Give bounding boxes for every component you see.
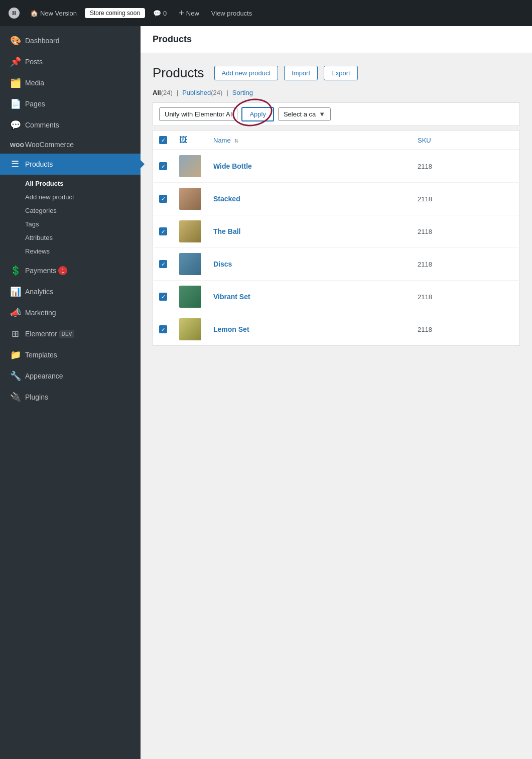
media-icon: 🗂️ — [10, 77, 20, 88]
sidebar-item-comments[interactable]: 💬 Comments — [0, 114, 141, 136]
bulk-action-select[interactable]: Unify with Elementor AI — [159, 107, 237, 121]
image-header-icon: 🖼 — [179, 136, 187, 144]
product-name-link[interactable]: Lemon Set — [213, 325, 249, 333]
table-header-row: 🖼 Name ⇅ SKU — [153, 131, 520, 150]
new-item[interactable]: + New — [175, 6, 203, 21]
sidebar-item-media[interactable]: 🗂️ Media — [0, 72, 141, 93]
subitem-add-new-product[interactable]: Add new product — [0, 190, 141, 204]
sidebar-item-marketing[interactable]: 📣 Marketing — [0, 302, 141, 323]
plugins-icon: 🔌 — [10, 392, 20, 403]
wp-logo-icon[interactable] — [6, 5, 22, 21]
main-layout: 🎨 Dashboard 📌 Posts 🗂️ Media 📄 Pages 💬 C… — [0, 26, 532, 759]
row-image-cell — [173, 248, 207, 281]
apply-button-wrapper: Apply — [241, 107, 274, 121]
sidebar-item-dashboard[interactable]: 🎨 Dashboard — [0, 30, 141, 51]
row-image-cell — [173, 183, 207, 215]
product-thumbnail — [179, 286, 201, 308]
category-dropdown-icon: ▼ — [319, 110, 325, 118]
row-checkbox[interactable] — [159, 227, 167, 235]
add-new-product-button[interactable]: Add new product — [214, 66, 279, 80]
product-name-link[interactable]: The Ball — [213, 227, 240, 235]
row-checkbox[interactable] — [159, 162, 167, 170]
product-thumbnail — [179, 188, 201, 210]
row-image-cell — [173, 150, 207, 183]
sidebar-item-plugins[interactable]: 🔌 Plugins — [0, 387, 141, 408]
category-select[interactable]: Select a ca ▼ — [278, 107, 331, 121]
row-name-cell: Stacked — [207, 183, 412, 215]
sidebar-item-products[interactable]: ☰ Products — [0, 154, 141, 175]
store-coming-soon-badge[interactable]: Store coming soon — [85, 8, 145, 18]
products-heading: Products — [153, 65, 204, 81]
subitem-reviews[interactable]: Reviews — [0, 244, 141, 258]
row-checkbox[interactable] — [159, 325, 167, 333]
plus-icon: + — [179, 8, 184, 19]
row-sku-cell: 2118 — [412, 313, 520, 346]
row-checkbox-cell — [153, 215, 174, 248]
row-checkbox[interactable] — [159, 195, 167, 203]
th-name[interactable]: Name ⇅ — [207, 131, 412, 150]
page-title: Products — [153, 34, 520, 45]
product-name-link[interactable]: Wide Bottle — [213, 162, 252, 170]
import-button[interactable]: Import — [284, 66, 318, 80]
comment-bubble-icon: 💬 — [153, 10, 161, 17]
sidebar-item-appearance[interactable]: 🔧 Appearance — [0, 365, 141, 387]
filter-bar: All (24) | Published (24) | Sorting — [153, 89, 520, 96]
toolbar: Unify with Elementor AI Apply Select a c… — [153, 102, 520, 126]
subitem-all-products[interactable]: All Products — [0, 177, 141, 190]
sidebar-item-templates[interactable]: 📁 Templates — [0, 344, 141, 365]
subitem-attributes[interactable]: Attributes — [0, 231, 141, 244]
product-name-link[interactable]: Stacked — [213, 195, 240, 203]
sidebar-item-payments[interactable]: 💲 Payments 1 — [0, 260, 141, 281]
elementor-dev-badge: DEV — [59, 330, 75, 338]
sidebar-item-posts[interactable]: 📌 Posts — [0, 51, 141, 72]
product-name-link[interactable]: Vibrant Set — [213, 293, 250, 301]
new-version-item[interactable]: 🏠 New Version — [26, 8, 81, 19]
row-checkbox-cell — [153, 248, 174, 281]
subitem-categories[interactable]: Categories — [0, 204, 141, 217]
th-sku: SKU — [412, 131, 520, 150]
apply-button[interactable]: Apply — [241, 107, 274, 121]
row-name-cell: Wide Bottle — [207, 150, 412, 183]
home-icon: 🏠 — [30, 10, 38, 17]
filter-all-label: All — [153, 89, 161, 96]
appearance-icon: 🔧 — [10, 370, 20, 382]
product-thumbnail — [179, 220, 201, 242]
filter-all-count: (24) — [161, 89, 173, 96]
th-checkbox — [153, 131, 174, 150]
select-all-checkbox[interactable] — [159, 136, 167, 144]
sidebar: 🎨 Dashboard 📌 Posts 🗂️ Media 📄 Pages 💬 C… — [0, 26, 141, 759]
comments-item[interactable]: 💬 0 — [149, 8, 171, 19]
filter-published-link[interactable]: Published — [182, 89, 211, 96]
row-image-cell — [173, 281, 207, 313]
pages-icon: 📄 — [10, 98, 20, 109]
subitem-tags[interactable]: Tags — [0, 217, 141, 231]
row-checkbox[interactable] — [159, 260, 167, 268]
main-content: Products Products Add new product Import… — [141, 26, 532, 759]
view-products-item[interactable]: View products — [207, 8, 256, 19]
product-name-link[interactable]: Discs — [213, 260, 232, 268]
row-checkbox[interactable] — [159, 293, 167, 301]
product-thumbnail — [179, 318, 201, 340]
products-header: Products Add new product Import Export — [153, 65, 520, 81]
sidebar-item-analytics[interactable]: 📊 Analytics — [0, 281, 141, 302]
row-checkbox-cell — [153, 150, 174, 183]
sidebar-item-elementor[interactable]: ⊞ Elementor DEV — [0, 323, 141, 344]
row-sku-cell: 2118 — [412, 281, 520, 313]
export-button[interactable]: Export — [324, 66, 358, 80]
table-row: Wide Bottle 2118 — [153, 150, 520, 183]
row-image-cell — [173, 313, 207, 346]
page-header: Products — [141, 26, 532, 53]
posts-icon: 📌 — [10, 56, 20, 67]
sidebar-item-woocommerce[interactable]: woo WooCommerce — [0, 136, 141, 154]
th-image: 🖼 — [173, 131, 207, 150]
row-checkbox-cell — [153, 313, 174, 346]
admin-bar: 🏠 New Version Store coming soon 💬 0 + Ne… — [0, 0, 532, 26]
row-sku-cell: 2118 — [412, 150, 520, 183]
table-row: Stacked 2118 — [153, 183, 520, 215]
products-submenu: All Products Add new product Categories … — [0, 175, 141, 260]
table-row: The Ball 2118 — [153, 215, 520, 248]
filter-sorting-link[interactable]: Sorting — [232, 89, 253, 96]
row-name-cell: Lemon Set — [207, 313, 412, 346]
sidebar-item-pages[interactable]: 📄 Pages — [0, 93, 141, 114]
payments-icon: 💲 — [10, 265, 20, 276]
